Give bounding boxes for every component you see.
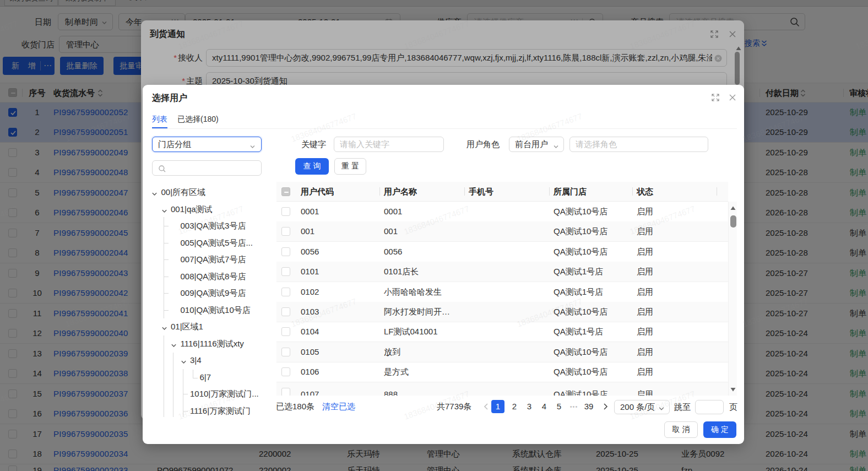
tree-node[interactable]: 007|QA测试7号店 — [181, 251, 246, 268]
tree-guide-line — [164, 277, 169, 277]
cell-name: 0001 — [384, 202, 461, 221]
user-row[interactable]: 00010001QA测试10号店启用 — [276, 202, 728, 222]
query-button[interactable]: 查 询 — [295, 158, 329, 175]
select-all-checkbox[interactable] — [281, 187, 290, 196]
row-checkbox[interactable] — [281, 227, 290, 236]
user-row[interactable]: 0105放到QA测试10号店启用 — [276, 342, 728, 362]
row-checkbox[interactable] — [281, 267, 290, 276]
header-user-name: 用户名称 — [384, 182, 417, 202]
cell-name: 小雨哈哈哈发生 — [384, 282, 461, 302]
page-5[interactable]: 5 — [552, 400, 566, 413]
tree-node[interactable]: 010|QA测试10号店 — [181, 302, 251, 318]
row-checkbox[interactable] — [281, 288, 290, 296]
page-1[interactable]: 1 — [491, 400, 504, 413]
user-row[interactable]: 01010101店长QA测试1号店启用 — [276, 262, 728, 282]
scroll-up-icon[interactable] — [730, 206, 736, 210]
tree-search-input[interactable] — [152, 160, 262, 176]
tree-node[interactable]: 009|QA测试9号店 — [181, 285, 246, 301]
row-checkbox[interactable] — [281, 367, 290, 376]
cancel-button[interactable]: 取 消 — [664, 421, 698, 438]
tree-node[interactable]: 1116|1116测试xty — [181, 335, 244, 352]
cell-store: QA测试10号店 — [554, 242, 631, 262]
tree-expand-icon[interactable] — [181, 358, 187, 367]
row-checkbox[interactable] — [281, 307, 290, 316]
confirm-button[interactable]: 确 定 — [703, 421, 736, 438]
cell-store: QA测试1号店 — [554, 322, 631, 342]
cell-code: 0104 — [301, 322, 378, 342]
user-table-scrollbar[interactable] — [728, 202, 737, 396]
tree-guide-line — [183, 411, 188, 412]
cell-name: LF测试041001 — [384, 322, 461, 342]
clear-selection-link[interactable]: 清空已选 — [322, 400, 355, 413]
tree-node[interactable]: 3|4 — [190, 352, 202, 369]
tree-node[interactable]: 6|7 — [200, 369, 211, 386]
group-type-value: 门店分组 — [158, 137, 247, 151]
user-row[interactable]: 0104LF测试041001QA测试1号店启用 — [276, 322, 728, 342]
reset-button[interactable]: 重 置 — [334, 158, 366, 175]
store-tree: 00|所有区域001|qa测试003|QA测试3号店005|QA测试5号店...… — [143, 184, 275, 417]
tree-node[interactable]: 005|QA测试5号店... — [181, 235, 253, 251]
user-row[interactable]: 001001QA测试10号店启用 — [276, 221, 728, 242]
tree-guide-line — [164, 259, 169, 260]
tree-node[interactable]: 01|区域1 — [171, 318, 203, 335]
chevron-down-icon — [553, 142, 559, 151]
tree-node[interactable]: 001|qa测试 — [171, 201, 213, 218]
tree-expand-icon[interactable] — [171, 341, 177, 350]
jump-suffix: 页 — [729, 400, 737, 414]
tree-node[interactable]: 008|QA测试8号店 — [181, 268, 246, 285]
page-size-select[interactable]: 200 条/页 — [614, 400, 670, 414]
row-checkbox[interactable] — [281, 207, 290, 216]
tree-node[interactable]: 1010|万家测试门... — [190, 386, 259, 402]
cell-store: QA测试10号店 — [554, 302, 631, 322]
close-icon[interactable] — [728, 93, 737, 102]
next-page-button[interactable] — [599, 400, 612, 415]
page-4[interactable]: 4 — [538, 400, 551, 413]
jump-page-input[interactable] — [695, 400, 724, 414]
page-39[interactable]: 39 — [582, 400, 595, 413]
role-type-label: 用户角色 — [465, 137, 500, 152]
cell-name: 0056 — [384, 242, 461, 262]
user-table-body: 00010001QA测试10号店启用001001QA测试10号店启用005600… — [276, 202, 728, 396]
tree-guide-line — [164, 310, 169, 311]
user-table-header: 用户代码 用户名称 手机号 所属门店 状态 — [276, 182, 728, 202]
user-row[interactable]: 0103阿水打发时间开…QA测试10号店启用 — [276, 302, 728, 322]
tab-selected[interactable]: 已选择(180) — [177, 115, 219, 124]
user-row[interactable]: 0102小雨哈哈哈发生QA测试1号店启用 — [276, 282, 728, 302]
page-3[interactable]: 3 — [523, 400, 536, 413]
tree-expand-icon[interactable] — [161, 324, 167, 333]
page-ellipsis[interactable]: ••• — [567, 400, 581, 413]
role-input[interactable]: 请选择角色 — [569, 137, 708, 152]
row-checkbox[interactable] — [281, 327, 290, 336]
row-checkbox[interactable] — [281, 388, 290, 396]
cell-phone — [469, 342, 546, 362]
tree-guide-line — [193, 370, 193, 378]
tree-expand-icon[interactable] — [161, 207, 167, 216]
role-type-select[interactable]: 前台用户 — [509, 137, 564, 152]
cell-store: QA测试10号店 — [554, 342, 631, 362]
tree-expand-icon[interactable] — [151, 190, 158, 199]
user-row[interactable]: 0107888QA测试10号店启用 — [276, 382, 728, 396]
tree-guide-line — [164, 293, 169, 294]
page-2[interactable]: 2 — [508, 400, 521, 413]
keyword-input[interactable]: 请输入关键字 — [334, 137, 444, 152]
cell-store: QA测试1号店 — [554, 262, 631, 281]
scrollbar-thumb[interactable] — [730, 215, 736, 228]
scroll-down-icon[interactable] — [730, 387, 736, 392]
tab-list[interactable]: 列表 — [152, 115, 167, 124]
search-icon — [158, 165, 166, 175]
cell-code: 0103 — [301, 302, 378, 322]
row-checkbox[interactable] — [281, 348, 290, 356]
header-status: 状态 — [637, 182, 653, 202]
tree-node[interactable]: 00|所有区域 — [161, 184, 206, 201]
user-row[interactable]: 0106是方式QA测试10号店启用 — [276, 362, 728, 382]
tree-node[interactable]: 1116|万家测试门 — [190, 403, 251, 418]
row-checkbox[interactable] — [281, 247, 290, 256]
user-row[interactable]: 00560056QA测试10号店启用 — [276, 242, 728, 262]
tree-node[interactable]: 003|QA测试3号店 — [181, 218, 246, 234]
tree-guide-line — [164, 226, 169, 226]
total-count: 共7739条 — [437, 400, 471, 413]
group-type-select[interactable]: 门店分组 — [152, 137, 262, 152]
fullscreen-icon[interactable] — [711, 93, 720, 102]
cell-phone — [469, 262, 546, 281]
cell-name: 888 — [384, 382, 461, 396]
